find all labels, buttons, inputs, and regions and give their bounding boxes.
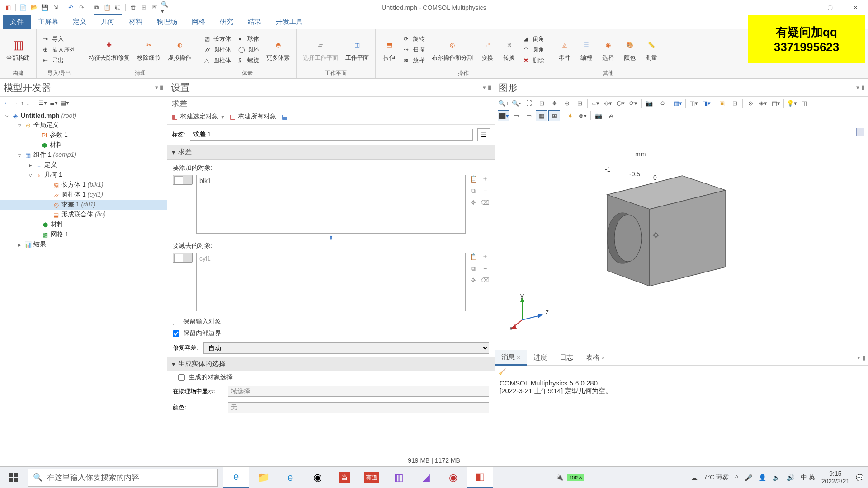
tab-definitions[interactable]: 定义 bbox=[66, 15, 94, 29]
gfx-dropdown-icon[interactable]: ▾ bbox=[856, 84, 859, 91]
rotate-button[interactable]: ⟳旋转 bbox=[402, 34, 426, 44]
tree-mesh[interactable]: ▩网格 1 bbox=[0, 230, 167, 239]
bg-icon[interactable]: ◫ bbox=[798, 98, 810, 108]
export-button[interactable]: ⇤导出 bbox=[41, 56, 77, 66]
sweep-button[interactable]: ⤳扫描 bbox=[402, 45, 426, 55]
chamfer-button[interactable]: ◢倒角 bbox=[522, 34, 546, 44]
nav-up-icon[interactable]: ↑ bbox=[21, 99, 24, 106]
task-ie[interactable]: e bbox=[278, 467, 303, 488]
taskbar-search[interactable]: 🔍 在这里输入你要搜索的内容 bbox=[28, 469, 218, 487]
zoom-icon[interactable]: 🔍▾ bbox=[161, 3, 170, 12]
hide-icon[interactable]: ⊗ bbox=[745, 98, 756, 108]
task-app1[interactable]: 当 bbox=[332, 467, 357, 488]
msg-dropdown-icon[interactable]: ▾ bbox=[857, 354, 860, 361]
task-explorer[interactable]: 📁 bbox=[250, 467, 276, 488]
splitter-icon[interactable]: ⇕ bbox=[173, 234, 489, 242]
notifications-icon[interactable]: 💬 bbox=[856, 474, 863, 481]
clear-sub-icon[interactable]: ⌫ bbox=[481, 276, 489, 284]
undo-icon[interactable]: ↶ bbox=[66, 3, 75, 12]
tab-mesh[interactable]: 网格 bbox=[184, 15, 212, 29]
section-difference[interactable]: ▾求差 bbox=[167, 145, 495, 160]
label-show-button[interactable]: ☰ bbox=[477, 128, 490, 141]
clip2-icon[interactable]: ◨▾ bbox=[700, 98, 712, 108]
torus-button[interactable]: ◯圆环 bbox=[236, 45, 261, 55]
task-comsol[interactable]: ◧ bbox=[467, 467, 493, 488]
mode-edge-icon[interactable]: ⊞ bbox=[548, 110, 560, 121]
extrude-button[interactable]: ⬒拉伸 bbox=[378, 36, 400, 64]
virtual-ops-button[interactable]: ◐虚拟操作 bbox=[164, 36, 195, 64]
save-icon[interactable]: 💾 bbox=[40, 3, 49, 12]
zoom-extents-icon[interactable]: ⊡ bbox=[536, 98, 547, 108]
section-selection[interactable]: ▾生成实体的选择 bbox=[167, 357, 495, 371]
tree-global-materials[interactable]: ⬢材料 bbox=[0, 140, 167, 150]
show-icon[interactable]: ⊕▾ bbox=[757, 98, 769, 108]
settings-pin-icon[interactable]: ▮ bbox=[488, 84, 491, 91]
sub-active-toggle[interactable] bbox=[173, 253, 193, 263]
sphere-button[interactable]: ●球体 bbox=[236, 34, 261, 44]
keep-input-checkbox[interactable] bbox=[173, 319, 179, 325]
tree-view3-icon[interactable]: ▤▾ bbox=[61, 99, 69, 106]
select-workplane-button[interactable]: ▱选择工作平面 bbox=[299, 36, 342, 64]
label-input[interactable] bbox=[190, 129, 473, 141]
tab-progress[interactable]: 进度 bbox=[527, 351, 553, 365]
tree-view2-icon[interactable]: ≣▾ bbox=[50, 99, 58, 106]
select-icon[interactable]: ⇱ bbox=[150, 3, 159, 12]
tab-close-icon[interactable]: × bbox=[517, 353, 521, 361]
settings-extra-icon[interactable]: ▦ bbox=[282, 113, 288, 120]
view-rotate-icon[interactable]: ⟳▾ bbox=[627, 98, 639, 108]
panel-dropdown-icon[interactable]: ▾ bbox=[155, 84, 158, 91]
plus-sub-icon[interactable]: ＋ bbox=[481, 253, 489, 261]
color-button[interactable]: 🎨颜色 bbox=[619, 36, 641, 64]
print-icon[interactable]: 🖨 bbox=[605, 110, 617, 121]
tree-comp-materials[interactable]: ⬢材料 bbox=[0, 220, 167, 230]
tab-results[interactable]: 结果 bbox=[241, 15, 269, 29]
tab-log[interactable]: 日志 bbox=[553, 351, 580, 365]
nav-back-icon[interactable]: ← bbox=[4, 99, 9, 106]
tab-table[interactable]: 表格× bbox=[580, 351, 612, 365]
tree-form-union[interactable]: ⬓形成联合体 (fin) bbox=[0, 210, 167, 220]
gfx-pin-icon[interactable]: ▮ bbox=[861, 84, 864, 91]
move-add-icon[interactable]: ✥ bbox=[469, 198, 477, 206]
tab-close-icon2[interactable]: × bbox=[601, 354, 605, 361]
parts-button[interactable]: ◬零件 bbox=[554, 36, 576, 64]
boolean-button[interactable]: ◎布尔操作和分割 bbox=[428, 36, 476, 64]
minimize-button[interactable]: — bbox=[792, 0, 817, 15]
zoom-out-icon[interactable]: 🔍- bbox=[510, 98, 522, 108]
workplane-button[interactable]: ◫工作平面 bbox=[342, 36, 373, 64]
graphics-canvas[interactable]: mm -1 -0.5 0 0.5 mm -0.5 -0.5 0.5 mm ✥ bbox=[495, 122, 868, 350]
nav-down-icon[interactable]: ↓ bbox=[27, 99, 30, 106]
task-record[interactable]: ◉ bbox=[440, 467, 466, 488]
msg-pin-icon[interactable]: ▮ bbox=[862, 354, 865, 361]
battery-indicator[interactable]: 100% bbox=[567, 474, 584, 481]
tray-network-icon[interactable]: 🔈 bbox=[773, 474, 780, 481]
grid-icon[interactable]: ⊞ bbox=[574, 98, 585, 108]
keep-interior-checkbox[interactable] bbox=[173, 330, 179, 337]
add-objects-list[interactable]: blk1 bbox=[196, 175, 466, 234]
tree-view1-icon[interactable]: ☰▾ bbox=[38, 99, 47, 106]
mode-transp-icon[interactable]: ▭ bbox=[523, 110, 535, 121]
tab-materials[interactable]: 材料 bbox=[122, 15, 150, 29]
build-selected-button[interactable]: ▥构建选定对象▾ bbox=[172, 113, 224, 121]
fillet-button[interactable]: ◠圆角 bbox=[522, 45, 546, 55]
mode-surf-icon[interactable]: ▦ bbox=[536, 110, 547, 121]
tree-block[interactable]: ▧长方体 1 (blk1) bbox=[0, 180, 167, 190]
weather-icon[interactable]: ☁ bbox=[691, 474, 698, 481]
paste-sub-icon[interactable]: 📋 bbox=[469, 253, 477, 261]
repair-tol-select[interactable]: 自动 bbox=[203, 342, 489, 354]
model-tree[interactable]: ▿◈Untitled.mph (root) ▿⊕全局定义 Pi参数 1 ⬢材料 … bbox=[0, 109, 167, 454]
start-button[interactable] bbox=[0, 467, 27, 488]
show-all-icon[interactable]: ▤▾ bbox=[770, 98, 782, 108]
tab-developer[interactable]: 开发工具 bbox=[269, 15, 310, 29]
sub-objects-list[interactable]: cyl1 bbox=[196, 253, 466, 311]
tree-results[interactable]: ▸📊结果 bbox=[0, 239, 167, 249]
task-app2[interactable]: ▥ bbox=[386, 467, 411, 488]
block-button[interactable]: ▧长方体 bbox=[203, 34, 233, 44]
3d-orient-cube[interactable] bbox=[856, 128, 864, 136]
add-active-toggle[interactable] bbox=[173, 175, 193, 185]
settings-dropdown-icon[interactable]: ▾ bbox=[483, 84, 486, 91]
helix-button[interactable]: §螺旋 bbox=[236, 56, 261, 66]
select-bnd-icon[interactable]: ⊡ bbox=[729, 98, 741, 108]
paste-add-icon[interactable]: 📋 bbox=[469, 175, 477, 183]
battery-plug-icon[interactable]: 🔌 bbox=[556, 474, 563, 481]
tab-physics[interactable]: 物理场 bbox=[150, 15, 184, 29]
